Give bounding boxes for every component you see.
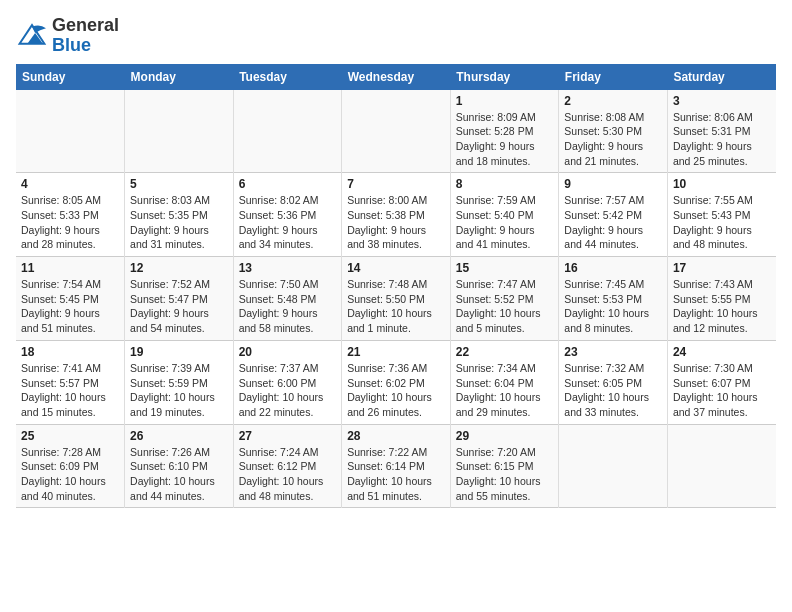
calendar-cell: 24Sunrise: 7:30 AM Sunset: 6:07 PM Dayli… — [667, 340, 776, 424]
calendar-week-5: 25Sunrise: 7:28 AM Sunset: 6:09 PM Dayli… — [16, 424, 776, 508]
day-number: 10 — [673, 177, 771, 191]
day-number: 4 — [21, 177, 119, 191]
day-info: Sunrise: 7:55 AM Sunset: 5:43 PM Dayligh… — [673, 193, 771, 252]
calendar-cell: 27Sunrise: 7:24 AM Sunset: 6:12 PM Dayli… — [233, 424, 342, 508]
day-info: Sunrise: 7:20 AM Sunset: 6:15 PM Dayligh… — [456, 445, 554, 504]
day-info: Sunrise: 8:03 AM Sunset: 5:35 PM Dayligh… — [130, 193, 228, 252]
day-info: Sunrise: 7:43 AM Sunset: 5:55 PM Dayligh… — [673, 277, 771, 336]
calendar-body: 1Sunrise: 8:09 AM Sunset: 5:28 PM Daylig… — [16, 90, 776, 508]
weekday-header-friday: Friday — [559, 64, 668, 90]
calendar-cell — [667, 424, 776, 508]
calendar-cell: 7Sunrise: 8:00 AM Sunset: 5:38 PM Daylig… — [342, 173, 451, 257]
day-info: Sunrise: 7:37 AM Sunset: 6:00 PM Dayligh… — [239, 361, 337, 420]
day-number: 9 — [564, 177, 662, 191]
calendar-cell — [125, 90, 234, 173]
day-info: Sunrise: 7:30 AM Sunset: 6:07 PM Dayligh… — [673, 361, 771, 420]
day-number: 1 — [456, 94, 554, 108]
day-number: 24 — [673, 345, 771, 359]
logo-icon — [16, 22, 48, 50]
day-info: Sunrise: 7:59 AM Sunset: 5:40 PM Dayligh… — [456, 193, 554, 252]
logo-text-general: General — [52, 16, 119, 36]
weekday-header-sunday: Sunday — [16, 64, 125, 90]
day-number: 11 — [21, 261, 119, 275]
calendar-cell: 5Sunrise: 8:03 AM Sunset: 5:35 PM Daylig… — [125, 173, 234, 257]
calendar-cell: 4Sunrise: 8:05 AM Sunset: 5:33 PM Daylig… — [16, 173, 125, 257]
day-number: 13 — [239, 261, 337, 275]
day-info: Sunrise: 7:26 AM Sunset: 6:10 PM Dayligh… — [130, 445, 228, 504]
day-number: 7 — [347, 177, 445, 191]
calendar-cell: 8Sunrise: 7:59 AM Sunset: 5:40 PM Daylig… — [450, 173, 559, 257]
calendar-cell — [559, 424, 668, 508]
calendar-week-1: 1Sunrise: 8:09 AM Sunset: 5:28 PM Daylig… — [16, 90, 776, 173]
calendar-cell: 29Sunrise: 7:20 AM Sunset: 6:15 PM Dayli… — [450, 424, 559, 508]
day-number: 3 — [673, 94, 771, 108]
day-info: Sunrise: 8:00 AM Sunset: 5:38 PM Dayligh… — [347, 193, 445, 252]
calendar-cell — [233, 90, 342, 173]
calendar-cell: 18Sunrise: 7:41 AM Sunset: 5:57 PM Dayli… — [16, 340, 125, 424]
day-number: 6 — [239, 177, 337, 191]
day-info: Sunrise: 8:02 AM Sunset: 5:36 PM Dayligh… — [239, 193, 337, 252]
day-info: Sunrise: 7:36 AM Sunset: 6:02 PM Dayligh… — [347, 361, 445, 420]
weekday-header-wednesday: Wednesday — [342, 64, 451, 90]
day-info: Sunrise: 7:57 AM Sunset: 5:42 PM Dayligh… — [564, 193, 662, 252]
calendar-cell: 11Sunrise: 7:54 AM Sunset: 5:45 PM Dayli… — [16, 257, 125, 341]
day-info: Sunrise: 7:54 AM Sunset: 5:45 PM Dayligh… — [21, 277, 119, 336]
day-info: Sunrise: 8:06 AM Sunset: 5:31 PM Dayligh… — [673, 110, 771, 169]
day-info: Sunrise: 7:32 AM Sunset: 6:05 PM Dayligh… — [564, 361, 662, 420]
day-info: Sunrise: 7:22 AM Sunset: 6:14 PM Dayligh… — [347, 445, 445, 504]
calendar-cell: 28Sunrise: 7:22 AM Sunset: 6:14 PM Dayli… — [342, 424, 451, 508]
day-number: 17 — [673, 261, 771, 275]
calendar-cell: 12Sunrise: 7:52 AM Sunset: 5:47 PM Dayli… — [125, 257, 234, 341]
weekday-header-thursday: Thursday — [450, 64, 559, 90]
day-number: 21 — [347, 345, 445, 359]
day-number: 18 — [21, 345, 119, 359]
day-number: 26 — [130, 429, 228, 443]
calendar-cell — [342, 90, 451, 173]
calendar-cell: 14Sunrise: 7:48 AM Sunset: 5:50 PM Dayli… — [342, 257, 451, 341]
day-number: 25 — [21, 429, 119, 443]
day-info: Sunrise: 7:50 AM Sunset: 5:48 PM Dayligh… — [239, 277, 337, 336]
day-number: 12 — [130, 261, 228, 275]
day-number: 5 — [130, 177, 228, 191]
weekday-header-saturday: Saturday — [667, 64, 776, 90]
day-info: Sunrise: 8:05 AM Sunset: 5:33 PM Dayligh… — [21, 193, 119, 252]
day-info: Sunrise: 7:28 AM Sunset: 6:09 PM Dayligh… — [21, 445, 119, 504]
calendar-cell: 25Sunrise: 7:28 AM Sunset: 6:09 PM Dayli… — [16, 424, 125, 508]
calendar-cell: 26Sunrise: 7:26 AM Sunset: 6:10 PM Dayli… — [125, 424, 234, 508]
day-number: 16 — [564, 261, 662, 275]
calendar-cell: 3Sunrise: 8:06 AM Sunset: 5:31 PM Daylig… — [667, 90, 776, 173]
day-number: 29 — [456, 429, 554, 443]
day-info: Sunrise: 7:48 AM Sunset: 5:50 PM Dayligh… — [347, 277, 445, 336]
day-number: 15 — [456, 261, 554, 275]
page-header: General Blue — [16, 16, 776, 56]
day-info: Sunrise: 7:34 AM Sunset: 6:04 PM Dayligh… — [456, 361, 554, 420]
calendar-cell: 23Sunrise: 7:32 AM Sunset: 6:05 PM Dayli… — [559, 340, 668, 424]
day-info: Sunrise: 7:39 AM Sunset: 5:59 PM Dayligh… — [130, 361, 228, 420]
calendar-week-3: 11Sunrise: 7:54 AM Sunset: 5:45 PM Dayli… — [16, 257, 776, 341]
calendar-cell: 15Sunrise: 7:47 AM Sunset: 5:52 PM Dayli… — [450, 257, 559, 341]
weekday-header-row: SundayMondayTuesdayWednesdayThursdayFrid… — [16, 64, 776, 90]
day-info: Sunrise: 7:47 AM Sunset: 5:52 PM Dayligh… — [456, 277, 554, 336]
calendar-cell: 22Sunrise: 7:34 AM Sunset: 6:04 PM Dayli… — [450, 340, 559, 424]
calendar-cell: 10Sunrise: 7:55 AM Sunset: 5:43 PM Dayli… — [667, 173, 776, 257]
weekday-header-monday: Monday — [125, 64, 234, 90]
day-number: 28 — [347, 429, 445, 443]
weekday-header-tuesday: Tuesday — [233, 64, 342, 90]
calendar-cell: 20Sunrise: 7:37 AM Sunset: 6:00 PM Dayli… — [233, 340, 342, 424]
calendar-cell: 19Sunrise: 7:39 AM Sunset: 5:59 PM Dayli… — [125, 340, 234, 424]
day-number: 27 — [239, 429, 337, 443]
logo: General Blue — [16, 16, 119, 56]
calendar-week-4: 18Sunrise: 7:41 AM Sunset: 5:57 PM Dayli… — [16, 340, 776, 424]
day-info: Sunrise: 8:09 AM Sunset: 5:28 PM Dayligh… — [456, 110, 554, 169]
calendar-cell: 1Sunrise: 8:09 AM Sunset: 5:28 PM Daylig… — [450, 90, 559, 173]
calendar-cell: 2Sunrise: 8:08 AM Sunset: 5:30 PM Daylig… — [559, 90, 668, 173]
calendar-cell — [16, 90, 125, 173]
day-info: Sunrise: 7:52 AM Sunset: 5:47 PM Dayligh… — [130, 277, 228, 336]
calendar-cell: 17Sunrise: 7:43 AM Sunset: 5:55 PM Dayli… — [667, 257, 776, 341]
calendar-cell: 16Sunrise: 7:45 AM Sunset: 5:53 PM Dayli… — [559, 257, 668, 341]
calendar-header: SundayMondayTuesdayWednesdayThursdayFrid… — [16, 64, 776, 90]
day-number: 20 — [239, 345, 337, 359]
day-info: Sunrise: 7:41 AM Sunset: 5:57 PM Dayligh… — [21, 361, 119, 420]
calendar-table: SundayMondayTuesdayWednesdayThursdayFrid… — [16, 64, 776, 509]
day-number: 19 — [130, 345, 228, 359]
